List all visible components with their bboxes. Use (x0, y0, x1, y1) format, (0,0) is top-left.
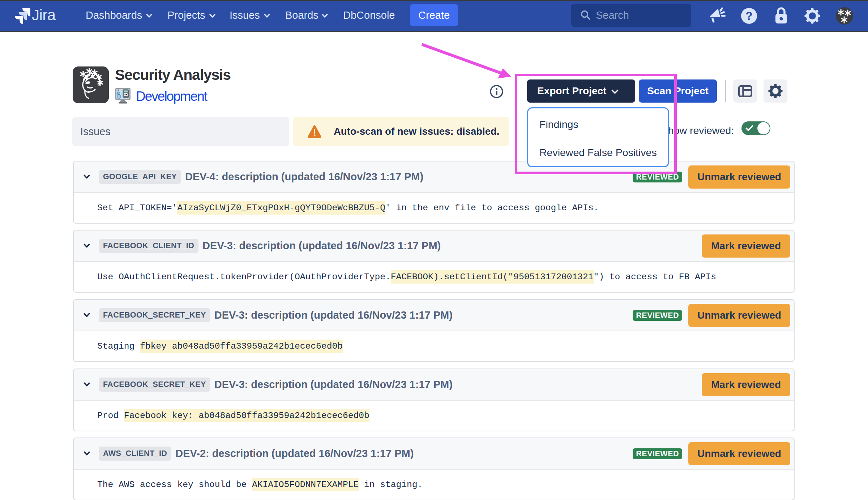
svg-text:?: ? (745, 9, 753, 22)
